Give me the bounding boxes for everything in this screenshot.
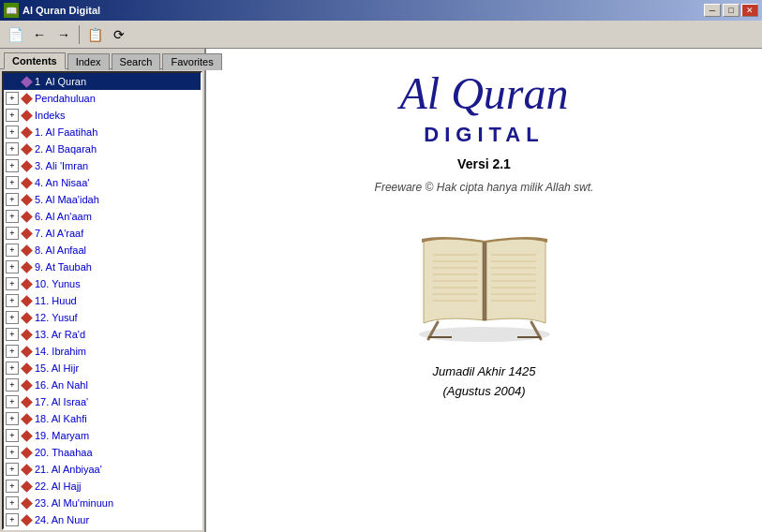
version-text: Versi 2.1 xyxy=(457,156,511,171)
close-button[interactable]: ✕ xyxy=(741,4,758,17)
diamond-icon-24 xyxy=(21,480,32,492)
tree-item-23[interactable]: + 21. Al Anbiyaa' xyxy=(4,461,201,478)
tree-item-4[interactable]: + 2. Al Baqarah xyxy=(4,140,201,157)
main-container: Contents Index Search Favorites 1 Al Qur… xyxy=(0,49,762,532)
expand-btn-17[interactable]: + xyxy=(6,362,19,375)
tree-item-17[interactable]: + 15. Al Hijr xyxy=(4,360,201,377)
expand-btn-20[interactable]: + xyxy=(6,412,19,425)
diamond-icon-15 xyxy=(21,329,32,340)
tree-item-22[interactable]: + 20. Thaahaa xyxy=(4,444,201,461)
diamond-icon-6 xyxy=(21,177,32,188)
diamond-icon-4 xyxy=(21,143,32,155)
diamond-icon-0 xyxy=(21,76,32,87)
date-text: Jumadil Akhir 1425 (Agustus 2004) xyxy=(432,362,535,402)
diamond-icon-22 xyxy=(21,447,32,458)
toolbar: 📄 ← → 📋 ⟳ xyxy=(0,21,762,49)
expand-btn-26[interactable]: + xyxy=(6,513,19,526)
expand-btn-9[interactable]: + xyxy=(6,227,19,240)
back-button[interactable]: ← xyxy=(28,23,51,46)
tree-item-15[interactable]: + 13. Ar Ra'd xyxy=(4,326,201,343)
diamond-icon-20 xyxy=(21,413,32,424)
tree-item-24[interactable]: + 22. Al Hajj xyxy=(4,478,201,495)
tree-item-19[interactable]: + 17. Al Israa' xyxy=(4,393,201,410)
expand-btn-4[interactable]: + xyxy=(6,142,19,155)
copyright-text: Freeware © Hak cipta hanya milik Allah s… xyxy=(375,181,594,194)
refresh-button[interactable]: ⟳ xyxy=(108,23,130,46)
diamond-icon-14 xyxy=(21,312,32,323)
tab-favorites[interactable]: Favorites xyxy=(162,53,221,70)
expand-btn-21[interactable]: + xyxy=(6,429,19,442)
tree-item-27[interactable]: + 25. Al Furqaan xyxy=(4,528,201,530)
expand-btn-14[interactable]: + xyxy=(6,311,19,324)
expand-btn-7[interactable]: + xyxy=(6,193,19,206)
expand-btn-23[interactable]: + xyxy=(6,463,19,476)
diamond-icon-11 xyxy=(21,261,32,273)
copy-button[interactable]: 📋 xyxy=(83,23,106,46)
tree-item-9[interactable]: + 7. Al A'raaf xyxy=(4,225,201,242)
tree-item-14[interactable]: + 12. Yusuf xyxy=(4,309,201,326)
expand-btn-12[interactable]: + xyxy=(6,277,19,290)
tree-view[interactable]: 1 Al Quran + Pendahuluan + Indeks + xyxy=(2,71,202,530)
svg-point-0 xyxy=(419,327,550,342)
tree-item-21[interactable]: + 19. Maryam xyxy=(4,427,201,444)
tab-contents[interactable]: Contents xyxy=(4,52,66,69)
tree-item-6[interactable]: + 4. An Nisaa' xyxy=(4,174,201,191)
diamond-icon-9 xyxy=(21,228,32,239)
title-digital: DIGITAL xyxy=(424,123,544,147)
tab-search[interactable]: Search xyxy=(112,53,161,70)
expand-btn-2[interactable]: + xyxy=(6,109,19,122)
tree-item-10[interactable]: + 8. Al Anfaal xyxy=(4,242,201,259)
expand-btn-8[interactable]: + xyxy=(6,210,19,223)
tree-item-5[interactable]: + 3. Ali 'Imran xyxy=(4,157,201,174)
tree-item-0[interactable]: 1 Al Quran xyxy=(4,73,201,90)
maximize-button[interactable]: □ xyxy=(723,4,740,17)
expand-btn-11[interactable]: + xyxy=(6,260,19,273)
expand-btn-13[interactable]: + xyxy=(6,294,19,307)
page-button[interactable]: 📄 xyxy=(4,23,26,46)
diamond-icon-3 xyxy=(21,126,32,138)
expand-btn-15[interactable]: + xyxy=(6,328,19,341)
title-bar-buttons: ─ □ ✕ xyxy=(704,4,758,17)
expand-btn-19[interactable]: + xyxy=(6,395,19,408)
diamond-icon-1 xyxy=(21,93,32,104)
window-title: Al Quran Digital xyxy=(22,5,100,16)
expand-btn-25[interactable]: + xyxy=(6,496,19,510)
tree-item-11[interactable]: + 9. At Taubah xyxy=(4,259,201,275)
expand-btn-22[interactable]: + xyxy=(6,446,19,459)
toolbar-separator xyxy=(79,25,80,44)
tree-item-7[interactable]: + 5. Al Maa'idah xyxy=(4,191,201,208)
diamond-icon-18 xyxy=(21,379,32,391)
diamond-icon-13 xyxy=(21,295,32,306)
minimize-button[interactable]: ─ xyxy=(704,4,721,17)
tree-item-26[interactable]: + 24. An Nuur xyxy=(4,511,201,528)
diamond-icon-25 xyxy=(21,497,32,509)
tab-index[interactable]: Index xyxy=(67,53,110,70)
tree-item-16[interactable]: + 14. Ibrahim xyxy=(4,343,201,360)
tree-item-20[interactable]: + 18. Al Kahfi xyxy=(4,410,201,427)
tree-item-12[interactable]: + 10. Yunus xyxy=(4,275,201,292)
expand-btn-6[interactable]: + xyxy=(6,176,19,189)
expand-btn-1[interactable]: + xyxy=(6,92,19,105)
tree-item-18[interactable]: + 16. An Nahl xyxy=(4,377,201,393)
right-panel: Al Quran DIGITAL Versi 2.1 Freeware © Ha… xyxy=(206,49,762,532)
tree-item-1[interactable]: + Pendahuluan xyxy=(4,90,201,107)
expand-btn-24[interactable]: + xyxy=(6,480,19,493)
title-arabic: Al Quran xyxy=(400,67,569,119)
diamond-icon-16 xyxy=(21,346,32,357)
expand-btn-16[interactable]: + xyxy=(6,345,19,358)
tree-item-3[interactable]: + 1. Al Faatihah xyxy=(4,124,201,140)
title-bar: 📖 Al Quran Digital ─ □ ✕ xyxy=(0,0,762,21)
forward-button[interactable]: → xyxy=(52,23,75,46)
expand-btn-10[interactable]: + xyxy=(6,244,19,257)
expand-btn-18[interactable]: + xyxy=(6,378,19,392)
diamond-icon-5 xyxy=(21,160,32,171)
tree-item-13[interactable]: + 11. Huud xyxy=(4,292,201,309)
diamond-icon-19 xyxy=(21,396,32,407)
tree-item-8[interactable]: + 6. Al An'aam xyxy=(4,208,201,225)
expand-btn-3[interactable]: + xyxy=(6,126,19,139)
tree-item-2[interactable]: + Indeks xyxy=(4,107,201,124)
diamond-icon-12 xyxy=(21,278,32,289)
expand-btn-5[interactable]: + xyxy=(6,159,19,172)
tree-item-25[interactable]: + 23. Al Mu'minuun xyxy=(4,495,201,511)
diamond-icon-23 xyxy=(21,464,32,475)
